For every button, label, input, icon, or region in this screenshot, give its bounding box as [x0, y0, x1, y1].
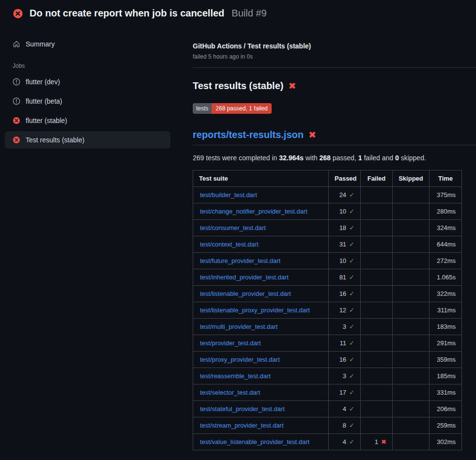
- summary-skipped-count: 0: [395, 154, 399, 162]
- skipped-cell: [393, 352, 430, 368]
- table-row: test/future_provider_test.dart 10✓ 272ms: [193, 253, 462, 269]
- suite-link[interactable]: test/value_listenable_provider_test.dart: [200, 438, 309, 445]
- passed-cell: 17✓: [329, 384, 361, 401]
- x-circle-icon: [13, 136, 20, 144]
- sidebar-item-label: flutter (dev): [26, 78, 60, 86]
- skipped-cell: [393, 417, 430, 434]
- suite-link[interactable]: test/consumer_test.dart: [200, 224, 266, 231]
- passed-count: 3: [343, 323, 346, 330]
- time-cell: 359ms: [430, 352, 462, 368]
- summary-text: 269 tests were completed in: [193, 154, 279, 162]
- section-title: Test results (stable): [193, 80, 283, 92]
- passed-cell: 16✓: [329, 352, 361, 368]
- check-icon: ✓: [349, 307, 354, 314]
- suite-link[interactable]: test/selector_test.dart: [200, 389, 260, 396]
- sidebar-item-label: Test results (stable): [26, 136, 84, 144]
- failed-cell: [361, 401, 393, 417]
- results-table-body: test/builder_test.dart 24✓ 375ms test/ch…: [193, 187, 462, 450]
- time-cell: 1.065s: [430, 269, 462, 286]
- suite-link[interactable]: test/builder_test.dart: [200, 191, 257, 199]
- passed-cell: 11✓: [329, 335, 361, 352]
- time-cell: 259ms: [430, 417, 462, 434]
- failed-x-icon: ✖: [308, 130, 316, 139]
- suite-link[interactable]: test/inherited_provider_test.dart: [200, 274, 289, 281]
- sidebar-item-job[interactable]: Test results (stable): [5, 131, 170, 149]
- passed-count: 16: [339, 356, 346, 363]
- passed-count: 10: [339, 257, 346, 264]
- passed-cell: 3✓: [329, 368, 361, 384]
- page-title: Do not create report when job is cancell…: [30, 8, 224, 19]
- suite-link[interactable]: test/reassemble_test.dart: [200, 372, 271, 380]
- skipped-cell: [393, 187, 430, 203]
- run-meta: failed 5 hours ago in 0s: [193, 53, 476, 60]
- passed-count: 17: [339, 389, 346, 396]
- x-circle-icon: [13, 117, 20, 124]
- run-header: Do not create report when job is cancell…: [0, 0, 476, 25]
- summary-duration: 32.964s: [279, 154, 304, 162]
- suite-cell: test/multi_provider_test.dart: [193, 319, 329, 335]
- passed-cell: 18✓: [329, 220, 361, 236]
- suite-link[interactable]: test/stateful_provider_test.dart: [200, 405, 285, 413]
- time-cell: 331ms: [430, 384, 462, 401]
- passed-cell: 31✓: [329, 236, 361, 253]
- suite-link[interactable]: test/listenable_proxy_provider_test.dart: [200, 307, 310, 314]
- table-row: test/listenable_proxy_provider_test.dart…: [193, 302, 462, 319]
- suite-cell: test/context_test.dart: [193, 236, 329, 253]
- passed-cell: 24✓: [329, 187, 361, 203]
- report-link[interactable]: reports/test-results.json: [193, 129, 304, 140]
- suite-link[interactable]: test/proxy_provider_test.dart: [200, 356, 280, 363]
- table-row: test/listenable_provider_test.dart 16✓ 3…: [193, 286, 462, 302]
- skipped-cell: [393, 401, 430, 417]
- suite-cell: test/change_notifier_provider_test.dart: [193, 203, 329, 220]
- passed-count: 4: [343, 405, 346, 413]
- column-header-failed: Failed: [361, 170, 393, 187]
- sidebar-item-job[interactable]: flutter (dev): [5, 73, 170, 91]
- passed-count: 31: [339, 241, 346, 248]
- suite-link[interactable]: test/multi_provider_test.dart: [200, 323, 277, 330]
- table-row: test/consumer_test.dart 18✓ 324ms: [193, 220, 462, 236]
- sidebar-item-job[interactable]: flutter (stable): [5, 112, 170, 129]
- passed-count: 8: [343, 422, 346, 429]
- suite-link[interactable]: test/future_provider_test.dart: [200, 257, 280, 264]
- time-cell: 206ms: [430, 401, 462, 417]
- build-number: Build #9: [231, 8, 266, 19]
- sidebar-item-label: Summary: [26, 40, 55, 48]
- check-icon: ✓: [349, 241, 354, 248]
- jobs-sidebar: Summary Jobs flutter (dev)flutter (beta)…: [0, 25, 179, 151]
- table-row: test/change_notifier_provider_test.dart …: [193, 203, 462, 220]
- passed-cell: 12✓: [329, 302, 361, 319]
- suite-link[interactable]: test/change_notifier_provider_test.dart: [200, 208, 307, 215]
- suite-cell: test/future_provider_test.dart: [193, 253, 329, 269]
- skipped-cell: [393, 253, 430, 269]
- time-cell: 185ms: [430, 368, 462, 384]
- passed-cell: 3✓: [329, 319, 361, 335]
- suite-link[interactable]: test/listenable_provider_test.dart: [200, 290, 291, 297]
- failed-cell: [361, 203, 393, 220]
- suite-link[interactable]: test/provider_test.dart: [200, 339, 261, 347]
- column-header-time: Time: [430, 170, 462, 187]
- x-circle-icon: [13, 8, 23, 19]
- time-cell: 322ms: [430, 286, 462, 302]
- failed-cell: [361, 286, 393, 302]
- check-icon: ✓: [349, 405, 354, 413]
- badge-value: 268 passed, 1 failed: [212, 103, 271, 114]
- passed-count: 3: [343, 372, 346, 380]
- check-icon: ✓: [349, 224, 354, 231]
- skipped-cell: [393, 368, 430, 384]
- sidebar-item-summary[interactable]: Summary: [5, 35, 170, 53]
- column-header-test-suite: Test suite: [193, 170, 329, 187]
- table-row: test/reassemble_test.dart 3✓ 185ms: [193, 368, 462, 384]
- suite-link[interactable]: test/stream_provider_test.dart: [200, 422, 284, 429]
- passed-cell: 4✓: [329, 401, 361, 417]
- time-cell: 272ms: [430, 253, 462, 269]
- check-run-panel: GitHub Actions / Test results (stable) f…: [179, 25, 476, 450]
- passed-cell: 16✓: [329, 286, 361, 302]
- suite-link[interactable]: test/context_test.dart: [200, 241, 259, 248]
- sidebar-item-job[interactable]: flutter (beta): [5, 92, 170, 110]
- time-cell: 644ms: [430, 236, 462, 253]
- check-icon: ✓: [349, 208, 354, 215]
- check-icon: ✓: [349, 290, 354, 297]
- passed-cell: 8✓: [329, 417, 361, 434]
- home-icon: [13, 40, 20, 48]
- table-header-row: Test suite Passed Failed Skipped Time: [193, 170, 462, 187]
